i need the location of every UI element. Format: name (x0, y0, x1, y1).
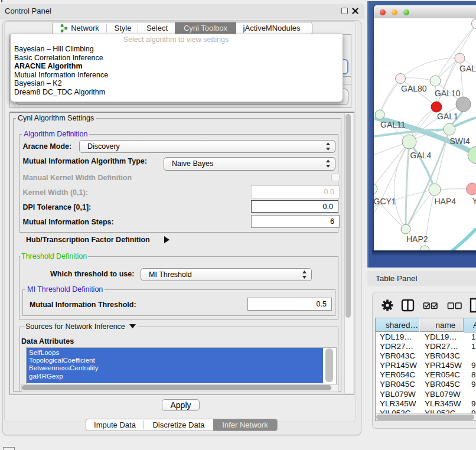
svg-text:GAL4: GAL4 (410, 151, 432, 160)
svg-text:SWI4: SWI4 (450, 136, 470, 146)
svg-text:HAP2: HAP2 (406, 234, 428, 244)
svg-text:GCY1: GCY1 (374, 197, 396, 206)
svg-text:GAL10: GAL10 (435, 89, 461, 98)
svg-text:GAL11: GAL11 (380, 120, 406, 129)
svg-text:GAL80: GAL80 (401, 84, 427, 93)
svg-text:HAP4: HAP4 (435, 197, 457, 206)
svg-text:GAL1: GAL1 (437, 112, 458, 121)
svg-text:YB: YB (472, 196, 476, 206)
svg-text:GAL7: GAL7 (459, 64, 476, 73)
